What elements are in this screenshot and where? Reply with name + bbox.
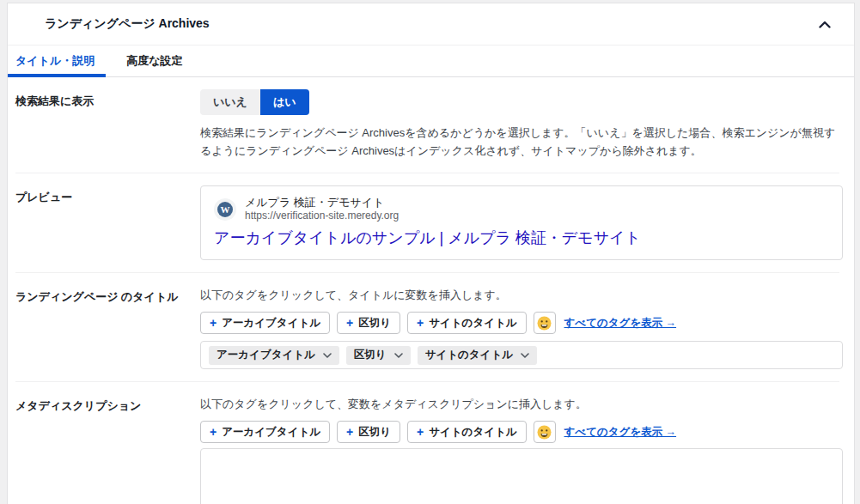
plus-icon: + bbox=[346, 316, 353, 330]
meta-description-label: メタディスクリプション bbox=[15, 394, 200, 504]
pill-separator[interactable]: 区切り bbox=[346, 346, 411, 365]
site-favicon: W bbox=[214, 198, 236, 221]
row-meta-description: メタディスクリプション 以下のタグをクリックして、変数をメタディスクリプションに… bbox=[15, 382, 839, 504]
chevron-down-icon bbox=[521, 353, 529, 358]
plus-icon: + bbox=[346, 425, 353, 439]
panel-header: ランディングページ Archives bbox=[8, 3, 854, 46]
add-separator-tag-button[interactable]: + 区切り bbox=[337, 312, 400, 334]
tag-button-label: サイトのタイトル bbox=[429, 425, 516, 440]
page-title-label: ランディングページ のタイトル bbox=[15, 285, 200, 369]
title-variable-input[interactable]: アーカイブタイトル 区切り サイトのタイトル bbox=[200, 341, 843, 369]
search-visibility-toggle: いいえ はい bbox=[200, 89, 309, 115]
plus-icon: + bbox=[210, 425, 217, 439]
emoji-picker-button[interactable] bbox=[534, 312, 556, 334]
collapse-panel-button[interactable] bbox=[813, 12, 837, 36]
tag-button-label: 区切り bbox=[358, 316, 391, 331]
show-all-tags-link[interactable]: すべてのタグを表示 → bbox=[564, 425, 677, 440]
preview-page-title: アーカイブタイトルのサンプル | メルプラ 検証・デモサイト bbox=[214, 228, 829, 249]
pill-site-title[interactable]: サイトのタイトル bbox=[418, 346, 537, 365]
search-visibility-label: 検索結果に表示 bbox=[15, 89, 200, 161]
pill-label: サイトのタイトル bbox=[425, 348, 513, 362]
tag-button-label: アーカイブタイトル bbox=[222, 425, 320, 440]
row-search-visibility: 検索結果に表示 いいえ はい 検索結果にランディングページ Archivesを含… bbox=[15, 77, 839, 173]
toggle-option-yes[interactable]: はい bbox=[260, 89, 309, 115]
wordpress-icon: W bbox=[217, 202, 233, 217]
panel-title: ランディングページ Archives bbox=[45, 16, 210, 32]
preview-url: https://verification-site.meredy.org bbox=[245, 209, 399, 223]
tag-button-label: サイトのタイトル bbox=[429, 316, 516, 331]
toggle-option-no[interactable]: いいえ bbox=[200, 89, 260, 115]
emoji-picker-button[interactable] bbox=[534, 421, 556, 443]
pill-label: 区切り bbox=[354, 348, 387, 362]
smiley-face-icon bbox=[537, 316, 552, 331]
pill-archive-title[interactable]: アーカイブタイトル bbox=[209, 346, 339, 365]
add-archive-title-tag-button[interactable]: + アーカイブタイトル bbox=[200, 312, 330, 334]
plus-icon: + bbox=[417, 316, 424, 330]
meta-description-helper-text: 以下のタグをクリックして、変数をメタディスクリプションに挿入します。 bbox=[200, 394, 839, 412]
search-result-preview: W メルプラ 検証・デモサイト https://verification-sit… bbox=[200, 185, 843, 261]
chevron-down-icon bbox=[394, 353, 403, 358]
show-all-tags-link[interactable]: すべてのタグを表示 → bbox=[564, 316, 677, 331]
tag-button-label: 区切り bbox=[358, 425, 391, 440]
meta-description-textarea[interactable] bbox=[200, 448, 843, 504]
settings-panel: ランディングページ Archives タイトル・説明 高度な設定 検索結果に表示… bbox=[7, 3, 855, 504]
tab-advanced-settings[interactable]: 高度な設定 bbox=[116, 46, 192, 76]
add-archive-title-tag-button[interactable]: + アーカイブタイトル bbox=[200, 421, 330, 443]
search-visibility-description: 検索結果にランディングページ Archivesを含めるかどうかを選択します。「い… bbox=[200, 124, 839, 161]
chevron-up-icon bbox=[819, 21, 831, 28]
preview-site-name: メルプラ 検証・デモサイト bbox=[245, 196, 399, 210]
add-site-title-tag-button[interactable]: + サイトのタイトル bbox=[407, 312, 527, 334]
add-separator-tag-button[interactable]: + 区切り bbox=[337, 421, 400, 443]
chevron-down-icon bbox=[323, 353, 332, 358]
preview-label: プレビュー bbox=[15, 185, 200, 261]
plus-icon: + bbox=[210, 316, 217, 330]
page-title-helper-text: 以下のタグをクリックして、タイトルに変数を挿入します。 bbox=[200, 285, 839, 303]
smiley-face-icon bbox=[537, 425, 552, 440]
meta-description-tag-buttons: + アーカイブタイトル + 区切り + サイトのタイトル すべてのタグを表示 → bbox=[200, 421, 839, 443]
tab-title-description[interactable]: タイトル・説明 bbox=[8, 46, 106, 76]
tabbar: タイトル・説明 高度な設定 bbox=[8, 46, 854, 77]
title-tag-buttons: + アーカイブタイトル + 区切り + サイトのタイトル すべてのタグを表示 → bbox=[200, 312, 839, 334]
add-site-title-tag-button[interactable]: + サイトのタイトル bbox=[407, 421, 527, 443]
row-page-title: ランディングページ のタイトル 以下のタグをクリックして、タイトルに変数を挿入し… bbox=[15, 273, 839, 382]
plus-icon: + bbox=[417, 425, 424, 439]
row-preview: プレビュー W メルプラ 検証・デモサイト https://verificati… bbox=[15, 173, 839, 274]
pill-label: アーカイブタイトル bbox=[217, 348, 315, 362]
tag-button-label: アーカイブタイトル bbox=[222, 316, 320, 331]
